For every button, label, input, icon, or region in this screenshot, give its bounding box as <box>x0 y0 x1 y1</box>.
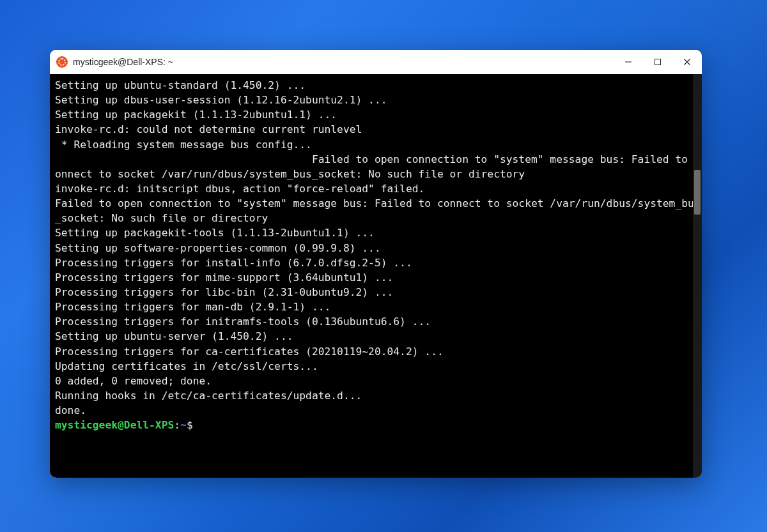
prompt-line: mysticgeek@Dell-XPS:~$ <box>55 418 702 432</box>
window-title: mysticgeek@Dell-XPS: ~ <box>73 57 173 67</box>
terminal-line: Processing triggers for man-db (2.9.1-1)… <box>55 300 702 314</box>
terminal-window: mysticgeek@Dell-XPS: ~ Setting up ubuntu… <box>50 50 702 478</box>
minimize-button[interactable] <box>614 50 643 74</box>
terminal-line: Setting up packagekit-tools (1.1.13-2ubu… <box>55 225 702 240</box>
terminal-line: invoke-rc.d: could not determine current… <box>55 122 702 137</box>
close-button[interactable] <box>672 50 702 74</box>
terminal-line: 0 added, 0 removed; done. <box>55 374 702 388</box>
terminal-line: Setting up dbus-user-session (1.12.16-2u… <box>55 93 702 107</box>
terminal-line: Failed to open connection to "system" me… <box>55 196 702 225</box>
prompt-user-host: mysticgeek@Dell-XPS <box>55 419 174 431</box>
terminal-output: Setting up ubuntu-standard (1.450.2) ...… <box>55 78 702 418</box>
terminal-line: Processing triggers for initramfs-tools … <box>55 314 702 329</box>
terminal-line: * Reloading system message bus config... <box>55 137 702 152</box>
minimize-icon <box>624 58 632 66</box>
terminal-line: Setting up packagekit (1.1.13-2ubuntu1.1… <box>55 107 702 122</box>
terminal-line: Running hooks in /etc/ca-certificates/up… <box>55 388 702 403</box>
terminal-line: Processing triggers for mime-support (3.… <box>55 270 702 285</box>
svg-rect-1 <box>655 59 661 65</box>
terminal-line: Updating certificates in /etc/ssl/certs.… <box>55 359 702 374</box>
close-icon <box>683 58 691 66</box>
prompt-dollar: $ <box>187 419 193 431</box>
terminal-line: Setting up software-properties-common (0… <box>55 241 702 255</box>
window-controls <box>614 50 702 74</box>
scrollbar-thumb[interactable] <box>694 170 701 215</box>
prompt-path: ~ <box>180 419 187 431</box>
terminal-line: Failed to open connection to "system" me… <box>55 152 702 181</box>
maximize-icon <box>654 58 662 66</box>
terminal-line: Processing triggers for libc-bin (2.31-0… <box>55 285 702 300</box>
titlebar[interactable]: mysticgeek@Dell-XPS: ~ <box>50 50 702 74</box>
terminal-line: Setting up ubuntu-standard (1.450.2) ... <box>55 78 702 93</box>
scrollbar-track[interactable] <box>693 74 702 478</box>
terminal-line: invoke-rc.d: initscript dbus, action "fo… <box>55 181 702 196</box>
prompt-colon: : <box>174 419 180 431</box>
maximize-button[interactable] <box>643 50 672 74</box>
terminal-line: Processing triggers for install-info (6.… <box>55 255 702 270</box>
terminal-line: Setting up ubuntu-server (1.450.2) ... <box>55 329 702 344</box>
terminal-line: Processing triggers for ca-certificates … <box>55 344 702 359</box>
terminal-area[interactable]: Setting up ubuntu-standard (1.450.2) ...… <box>50 74 702 478</box>
ubuntu-icon <box>56 56 68 68</box>
terminal-line: done. <box>55 403 702 418</box>
